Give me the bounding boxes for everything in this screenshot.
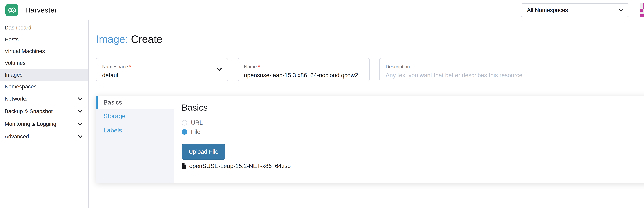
- required-asterisk: *: [129, 64, 131, 69]
- sidebar: Dashboard Hosts Virtual Machines Volumes…: [0, 20, 89, 208]
- main-content: Image: Create Namespace* default Name* D…: [89, 20, 644, 208]
- tab-labels[interactable]: Labels: [96, 123, 174, 138]
- sidebar-item-volumes[interactable]: Volumes: [0, 57, 88, 69]
- name-label: Name: [244, 64, 257, 69]
- side-tabs: Basics Storage Labels: [96, 96, 174, 183]
- chevron-down-icon: [78, 97, 82, 100]
- sidebar-group-backup-snapshot[interactable]: Backup & Snapshot: [0, 105, 88, 118]
- header: Harvester All Namespaces: [0, 0, 644, 20]
- name-field: Name*: [238, 58, 370, 81]
- required-asterisk: *: [258, 64, 260, 69]
- sidebar-group-networks[interactable]: Networks: [0, 92, 88, 105]
- sidebar-item-namespaces[interactable]: Namespaces: [0, 81, 88, 92]
- description-label: Description: [386, 64, 410, 69]
- upload-file-button[interactable]: Upload File: [182, 144, 226, 160]
- description-input[interactable]: [386, 72, 644, 79]
- sidebar-item-images[interactable]: Images: [0, 69, 88, 81]
- sidebar-item-hosts[interactable]: Hosts: [0, 34, 88, 45]
- namespace-filter-value: All Namespaces: [527, 7, 619, 13]
- radio-file-label: File: [191, 129, 200, 135]
- chevron-down-icon: [78, 123, 82, 126]
- basics-panel: Basics URL File Upload File: [174, 96, 644, 183]
- page-title-action: Create: [131, 33, 162, 45]
- chevron-down-icon: [217, 68, 222, 71]
- page-title-resource: Image:: [96, 33, 128, 45]
- sidebar-item-dashboard[interactable]: Dashboard: [0, 22, 88, 34]
- selected-file-row: openSUSE-Leap-15.2-NET-x86_64.iso: [182, 163, 644, 169]
- description-field: Description: [379, 58, 644, 81]
- selected-file-name: openSUSE-Leap-15.2-NET-x86_64.iso: [189, 163, 291, 169]
- app-title: Harvester: [25, 6, 57, 14]
- file-document-icon: [182, 163, 186, 169]
- radio-url-circle-icon[interactable]: [182, 120, 187, 125]
- namespace-label: Namespace: [102, 64, 128, 69]
- image-create-card: Basics Storage Labels Basics URL File: [96, 96, 644, 183]
- radio-file[interactable]: File: [182, 127, 644, 137]
- sidebar-item-virtual-machines[interactable]: Virtual Machines: [0, 45, 88, 57]
- namespace-value: default: [102, 72, 222, 79]
- chevron-down-icon: [78, 135, 82, 138]
- radio-url[interactable]: URL: [182, 118, 644, 127]
- source-type-radio-group: URL File: [182, 118, 644, 137]
- body: Dashboard Hosts Virtual Machines Volumes…: [0, 20, 644, 208]
- harvester-app: Harvester All Namespaces Dashboard Hosts…: [0, 0, 644, 208]
- page-title: Image: Create: [96, 33, 644, 45]
- harvester-logo-icon[interactable]: [6, 4, 18, 16]
- sidebar-group-monitoring-logging[interactable]: Monitoring & Logging: [0, 118, 88, 130]
- namespace-select[interactable]: Namespace* default: [96, 58, 228, 81]
- user-avatar[interactable]: [640, 3, 644, 17]
- radio-file-circle-icon[interactable]: [182, 129, 187, 135]
- basics-heading: Basics: [182, 101, 644, 114]
- name-input[interactable]: [244, 72, 364, 79]
- chevron-down-icon: [619, 8, 624, 12]
- title-divider: [96, 51, 644, 51]
- form-fields-row: Namespace* default Name* Description: [96, 58, 644, 81]
- sidebar-group-advanced[interactable]: Advanced: [0, 130, 88, 143]
- chevron-down-icon: [78, 110, 82, 113]
- tab-basics[interactable]: Basics: [96, 96, 174, 109]
- radio-url-label: URL: [191, 119, 202, 126]
- namespace-filter-dropdown[interactable]: All Namespaces: [520, 3, 629, 17]
- tab-storage[interactable]: Storage: [96, 109, 174, 123]
